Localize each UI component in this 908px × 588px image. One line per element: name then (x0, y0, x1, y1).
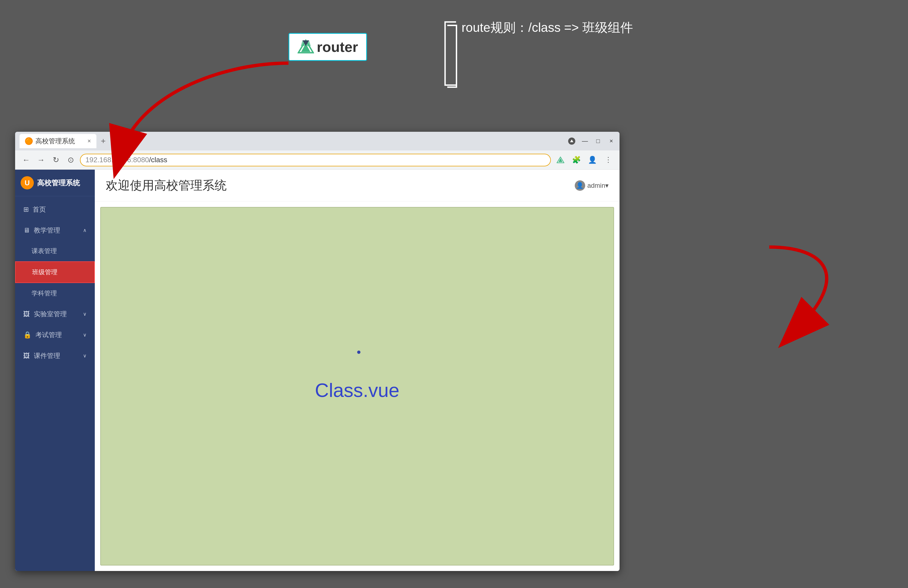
download-indicator (568, 137, 576, 145)
sidebar-logo: U 高校管理系统 (15, 170, 95, 196)
sidebar-item-class-label: 班级管理 (32, 268, 58, 276)
sidebar-item-subject-label: 学科管理 (32, 289, 57, 297)
vue-logo-icon (298, 39, 314, 55)
address-bar[interactable]: 192.168.4.176:8080 /class (80, 154, 551, 166)
courseware-icon: 🖼 (23, 352, 30, 360)
close-button[interactable]: × (607, 137, 615, 145)
back-button[interactable]: ← (21, 156, 32, 164)
sidebar-item-subject[interactable]: 学科管理 (15, 283, 95, 304)
sidebar-item-lab[interactable]: 🖼 实验室管理 ∨ (15, 304, 95, 325)
exam-arrow: ∨ (83, 332, 87, 338)
address-domain: 192.168.4.176:8080 (85, 156, 149, 164)
main-header: 欢迎使用高校管理系统 👤 admin▾ (95, 170, 620, 201)
tab-close-button[interactable]: × (87, 138, 91, 145)
browser-titlebar: 🔶 高校管理系统 × + — □ × (15, 132, 620, 150)
bracket (447, 25, 457, 88)
sidebar-item-exam-label: 考试管理 (35, 331, 62, 339)
toolbar-icons: 🧩 👤 ⋮ (555, 154, 614, 166)
extensions-icon[interactable]: 🧩 (571, 154, 582, 166)
home-icon: ⊞ (23, 206, 29, 213)
courseware-arrow: ∨ (83, 353, 87, 359)
router-logo-box: router (288, 33, 367, 61)
logo-text: 高校管理系统 (37, 178, 80, 188)
router-label: router (317, 39, 358, 55)
sidebar-item-courseware[interactable]: 🖼 课件管理 ∨ (15, 345, 95, 366)
sidebar-item-home[interactable]: ⊞ 首页 (15, 199, 95, 220)
sidebar-menu: ⊞ 首页 🖥 教学管理 ∧ 课表管理 班级管理 学科管理 (15, 196, 95, 571)
home-button[interactable]: ⊙ (65, 155, 76, 164)
class-component-label: Class.vue (315, 379, 399, 401)
admin-avatar: 👤 (575, 180, 585, 191)
exam-icon: 🔒 (23, 331, 32, 339)
sidebar-item-schedule-label: 课表管理 (32, 247, 57, 255)
lab-arrow: ∨ (83, 311, 87, 317)
sidebar-item-schedule[interactable]: 课表管理 (15, 241, 95, 261)
sidebar-item-lab-label: 实验室管理 (34, 310, 67, 318)
admin-dropdown[interactable]: 👤 admin▾ (575, 180, 609, 191)
class-dot (357, 350, 361, 354)
app-content: U 高校管理系统 ⊞ 首页 🖥 教学管理 ∧ 课表管理 班级管理 (15, 170, 620, 571)
minimize-button[interactable]: — (581, 137, 589, 145)
class-component-area: Class.vue (100, 207, 614, 566)
main-content: 欢迎使用高校管理系统 👤 admin▾ Class.vue (95, 170, 620, 571)
sidebar: U 高校管理系统 ⊞ 首页 🖥 教学管理 ∧ 课表管理 班级管理 (15, 170, 95, 571)
window-controls: — □ × (568, 137, 615, 145)
teaching-icon: 🖥 (23, 227, 30, 234)
sidebar-item-exam[interactable]: 🔒 考试管理 ∨ (15, 325, 95, 345)
sidebar-item-home-label: 首页 (33, 205, 46, 214)
sidebar-item-class[interactable]: 班级管理 (15, 261, 95, 283)
sidebar-item-teaching[interactable]: 🖥 教学管理 ∧ (15, 220, 95, 241)
new-tab-button[interactable]: + (101, 137, 106, 146)
vue-extension-icon[interactable] (555, 154, 566, 166)
reload-button[interactable]: ↻ (50, 155, 61, 164)
address-path: /class (149, 156, 167, 164)
teaching-arrow: ∧ (83, 227, 87, 233)
tab-title: 高校管理系统 (35, 137, 75, 146)
browser-window: 🔶 高校管理系统 × + — □ × ← → ↻ ⊙ 192.168.4.176… (15, 132, 620, 571)
browser-toolbar: ← → ↻ ⊙ 192.168.4.176:8080 /class 🧩 👤 ⋮ (15, 150, 620, 170)
main-title: 欢迎使用高校管理系统 (106, 177, 227, 194)
logo-icon: U (21, 176, 34, 190)
admin-label: admin▾ (588, 182, 609, 190)
browser-tab[interactable]: 🔶 高校管理系统 × (19, 134, 97, 148)
sidebar-item-teaching-label: 教学管理 (34, 226, 60, 235)
sidebar-item-courseware-label: 课件管理 (34, 351, 60, 360)
more-menu-icon[interactable]: ⋮ (602, 154, 614, 166)
maximize-button[interactable]: □ (594, 137, 602, 145)
route-rule-text: route规则：/class => 班级组件 (462, 19, 633, 36)
account-icon[interactable]: 👤 (586, 154, 598, 166)
tab-favicon: 🔶 (25, 137, 33, 145)
forward-button[interactable]: → (35, 156, 47, 164)
lab-icon: 🖼 (23, 310, 30, 318)
